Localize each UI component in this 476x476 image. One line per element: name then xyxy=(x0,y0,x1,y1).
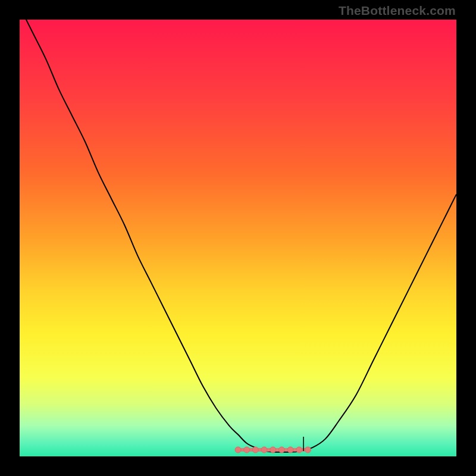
watermark-text: TheBottleneck.com xyxy=(339,4,456,18)
plot-area xyxy=(20,20,456,456)
chart-frame: TheBottleneck.com xyxy=(0,0,476,476)
flat-region-dot xyxy=(296,447,302,453)
flat-region-dot xyxy=(270,447,276,453)
flat-region-dot xyxy=(244,447,250,453)
flat-region-dot xyxy=(278,447,284,453)
flat-region-dot xyxy=(252,447,258,453)
flat-region-dot xyxy=(287,447,293,453)
flat-region-dot xyxy=(261,447,267,453)
flat-region-dot xyxy=(235,447,241,453)
bottleneck-curve xyxy=(20,20,456,452)
curve-layer xyxy=(20,20,456,456)
flat-region-dot xyxy=(305,447,311,453)
flat-region-markers xyxy=(235,447,311,453)
